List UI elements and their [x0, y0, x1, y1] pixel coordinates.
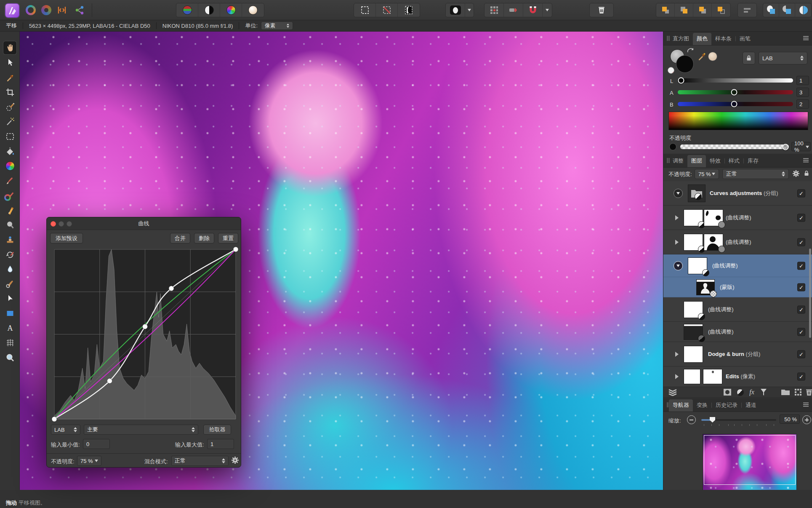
curves-graph[interactable] — [54, 249, 236, 420]
live-filter-icon[interactable] — [759, 387, 769, 397]
mesh-warp-tool[interactable] — [3, 336, 16, 349]
add-group-icon[interactable] — [780, 387, 791, 397]
collapse-group-icon[interactable] — [674, 189, 683, 198]
layer-row-curves-selected[interactable]: (曲线调整) ✓ — [663, 254, 812, 277]
curves-channel-select[interactable]: 主要 — [84, 425, 198, 435]
zoom-window-icon[interactable] — [67, 221, 72, 227]
expand-icon[interactable] — [675, 352, 679, 357]
develop-persona-icon[interactable] — [25, 5, 36, 16]
tab-history[interactable]: 历史记录 — [712, 398, 741, 412]
add-mask-icon[interactable] — [722, 387, 732, 397]
panel-menu-icon[interactable] — [803, 158, 809, 167]
expand-collapse-icon[interactable] — [668, 387, 678, 397]
layer-lock-icon[interactable] — [803, 170, 810, 177]
tab-stock[interactable]: 库存 — [744, 154, 762, 167]
no-colour-swatch[interactable] — [668, 67, 674, 74]
pixel-thumbnail[interactable] — [684, 369, 700, 384]
adjustment-thumbnail[interactable] — [684, 301, 703, 318]
picker-button[interactable]: 拾取器 — [203, 425, 231, 435]
delete-button[interactable] — [589, 3, 614, 17]
photo-persona-icon[interactable] — [5, 3, 19, 18]
tab-colour[interactable]: 颜色 — [693, 33, 711, 45]
mask-thumbnail[interactable] — [704, 234, 723, 251]
auto-contrast-icon[interactable] — [198, 3, 220, 17]
auto-colours-icon[interactable] — [220, 3, 242, 17]
add-adjustment-icon[interactable] — [735, 387, 745, 397]
move-back-one-icon[interactable] — [693, 3, 712, 17]
auto-white-balance-icon[interactable] — [242, 3, 264, 17]
auto-levels-icon[interactable] — [176, 3, 198, 17]
slider-a-value[interactable]: 3 — [796, 88, 809, 97]
pixel-tool[interactable] — [3, 203, 16, 217]
tone-mapping-persona-icon[interactable] — [56, 5, 67, 16]
layer-row-curves-3[interactable]: (曲线调整) ✓ — [663, 297, 812, 322]
panel-menu-icon[interactable] — [803, 36, 809, 45]
tab-adjustment[interactable]: 调整 — [669, 154, 687, 167]
layer-effects-icon[interactable]: fx — [747, 387, 757, 397]
blend-mode-select[interactable]: 正常 — [722, 169, 789, 179]
add-pattern-layer-icon[interactable] — [793, 387, 803, 397]
clone-stamp-tool[interactable] — [3, 233, 16, 246]
dodge-brush-tool[interactable] — [3, 218, 16, 231]
curves-dialog[interactable]: 曲线 添加预设 合并 删除 重置 LAB 主要 拾取器 输入最小值: 0 输入最… — [46, 217, 241, 468]
group-thumbnail[interactable] — [684, 346, 703, 363]
dialog-titlebar[interactable]: 曲线 — [47, 217, 241, 230]
add-preset-button[interactable]: 添加预设 — [50, 233, 83, 243]
colour-picker-icon[interactable] — [697, 50, 707, 61]
pixel-thumbnail-2[interactable] — [703, 369, 722, 384]
tab-effects[interactable]: 特效 — [706, 154, 724, 167]
smudge-brush-tool[interactable] — [3, 277, 16, 290]
panel-grip[interactable] — [667, 36, 668, 41]
picked-colour-swatch[interactable] — [708, 52, 717, 61]
adjustment-thumbnail[interactable] — [688, 257, 707, 274]
adjustment-thumbnail[interactable] — [684, 234, 703, 251]
zoom-slider[interactable] — [701, 419, 776, 421]
layer-row-curves-2[interactable]: (曲线调整) ✓ — [663, 230, 812, 254]
layer-row-curves-1[interactable]: (曲线调整) ✓ — [663, 206, 812, 230]
gradient-tool[interactable] — [3, 159, 16, 172]
merge-button[interactable]: 合并 — [170, 233, 190, 243]
curves-colourspace-select[interactable]: LAB — [51, 425, 80, 435]
colour-spectrum[interactable] — [668, 112, 808, 130]
colour-replacement-brush-tool[interactable] — [3, 189, 16, 202]
selection-brush-tool[interactable] — [3, 100, 16, 113]
crop-tool[interactable] — [3, 86, 16, 99]
delete-layer-icon[interactable] — [804, 387, 812, 397]
assistant-button[interactable] — [445, 3, 474, 17]
invert-selection-icon[interactable] — [398, 3, 420, 17]
undo-brush-tool[interactable] — [3, 248, 16, 261]
geometry-divide-icon[interactable] — [795, 3, 811, 17]
rectangle-tool[interactable] — [3, 307, 16, 320]
layers-scrollbar[interactable] — [809, 249, 811, 338]
expand-icon[interactable] — [675, 374, 679, 379]
layer-row-mask-child[interactable]: (蒙版) ✓ — [663, 277, 812, 297]
colour-opacity-thumb[interactable] — [783, 144, 789, 150]
tab-styles[interactable]: 样式 — [725, 154, 743, 167]
input-max-field[interactable]: 1 — [207, 439, 234, 449]
slider-b-thumb[interactable] — [731, 101, 737, 107]
panel-grip[interactable] — [667, 402, 668, 407]
colour-picker-tool[interactable] — [3, 71, 16, 84]
reset-button[interactable]: 重置 — [218, 233, 238, 243]
delete-button[interactable]: 删除 — [194, 233, 214, 243]
blur-brush-tool[interactable] — [3, 262, 16, 275]
layer-visibility-checkbox[interactable]: ✓ — [797, 373, 805, 381]
adjustment-thumbnail[interactable] — [684, 209, 703, 226]
group-thumbnail[interactable] — [688, 184, 706, 202]
snapping-magnet-icon[interactable] — [523, 3, 543, 17]
foreground-colour-swatch[interactable] — [676, 55, 694, 73]
navigator-thumbnail[interactable] — [703, 434, 797, 496]
alignment-button[interactable] — [737, 3, 757, 17]
tab-transform[interactable]: 变换 — [693, 398, 711, 412]
liquify-persona-icon[interactable] — [41, 5, 52, 16]
dialog-blend-select[interactable]: 正常 — [171, 456, 229, 466]
navigator-view-rectangle[interactable] — [704, 435, 796, 485]
geometry-add-icon[interactable] — [763, 3, 779, 17]
slider-b[interactable] — [678, 102, 793, 106]
tab-layers[interactable]: 图层 — [687, 155, 706, 167]
close-icon[interactable] — [51, 221, 56, 227]
layers-opacity-select[interactable]: 75 % — [695, 169, 719, 179]
selection-marquee-icon[interactable] — [354, 3, 376, 17]
expand-icon[interactable] — [675, 215, 679, 220]
swap-colours-icon[interactable] — [687, 48, 695, 53]
